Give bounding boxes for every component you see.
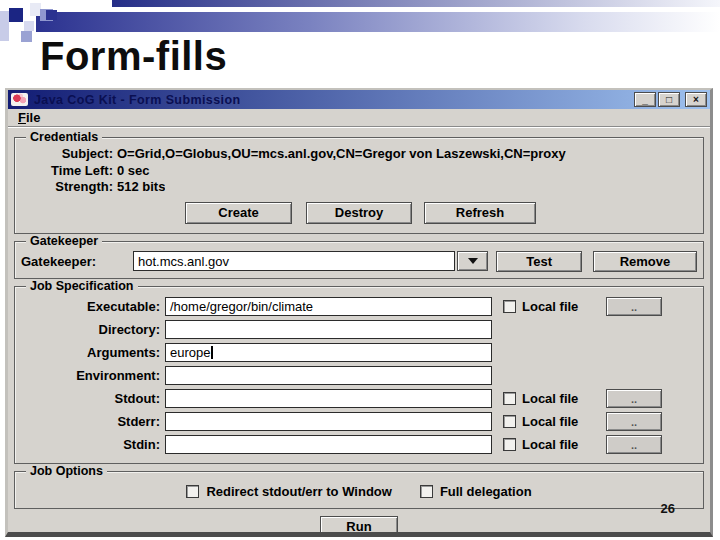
- stderr-local-file-checkbox[interactable]: [503, 415, 516, 428]
- local-file-label: Local file: [522, 437, 592, 452]
- environment-label: Environment:: [17, 368, 165, 383]
- text-cursor: [211, 346, 213, 359]
- subject-value: O=Grid,O=Globus,OU=mcs.anl.gov,CN=Gregor…: [117, 146, 566, 163]
- executable-browse-button[interactable]: ..: [606, 297, 662, 316]
- stderr-field[interactable]: [165, 412, 492, 431]
- app-window: Java CoG Kit - Form Submission _ □ × Fil…: [5, 88, 713, 537]
- environment-field[interactable]: [165, 366, 492, 385]
- stdout-local-file-checkbox[interactable]: [503, 392, 516, 405]
- executable-local-file-checkbox[interactable]: [503, 300, 516, 313]
- environment-row: Environment:: [17, 366, 701, 386]
- directory-field[interactable]: [165, 320, 492, 339]
- gatekeeper-row: Gatekeeper: hot.mcs.anl.gov Test Remove: [15, 242, 703, 278]
- stdin-local-file-checkbox[interactable]: [503, 438, 516, 451]
- job-options-group: Job Options Redirect stdout/err to Windo…: [14, 471, 704, 509]
- destroy-button[interactable]: Destroy: [306, 202, 412, 224]
- subject-label: Subject:: [17, 146, 117, 163]
- directory-row: Directory:: [17, 320, 701, 340]
- menu-bar: File: [8, 109, 710, 127]
- redirect-stdout-label: Redirect stdout/err to Window: [206, 484, 392, 499]
- gatekeeper-group-title: Gatekeeper: [26, 234, 102, 248]
- redirect-stdout-checkbox[interactable]: [186, 485, 199, 498]
- full-delegation-label: Full delegation: [440, 484, 532, 499]
- stdout-row: Stdout: Local file ..: [17, 389, 701, 409]
- arguments-label: Arguments:: [17, 345, 165, 360]
- stderr-label: Stderr:: [17, 414, 165, 429]
- time-left-label: Time Left:: [17, 163, 117, 180]
- gatekeeper-input[interactable]: hot.mcs.anl.gov: [133, 251, 455, 271]
- local-file-label: Local file: [522, 299, 592, 314]
- job-specification-group: Job Specification Executable: /home/greg…: [14, 286, 704, 464]
- deco-square: [46, 10, 57, 20]
- cog-kit-logo-icon: [11, 93, 28, 106]
- executable-label: Executable:: [17, 299, 165, 314]
- local-file-label: Local file: [522, 414, 592, 429]
- stderr-browse-button[interactable]: ..: [606, 412, 662, 431]
- menu-file[interactable]: File: [18, 110, 40, 125]
- stdin-label: Stdin:: [17, 437, 165, 452]
- deco-square: [21, 31, 32, 42]
- stderr-row: Stderr: Local file ..: [17, 412, 701, 432]
- executable-value: /home/gregor/bin/climate: [170, 299, 313, 314]
- stdin-row: Stdin: Local file ..: [17, 435, 701, 455]
- remove-button[interactable]: Remove: [593, 251, 697, 272]
- maximize-button[interactable]: □: [658, 92, 680, 107]
- deco-square: [9, 8, 23, 22]
- stdout-browse-button[interactable]: ..: [606, 389, 662, 408]
- header-gradient-bar: [36, 12, 720, 32]
- executable-field[interactable]: /home/gregor/bin/climate: [165, 297, 492, 316]
- slide-title: Form-fills: [40, 34, 227, 79]
- dropdown-arrow-icon: [468, 258, 478, 264]
- full-delegation-option: Full delegation: [420, 484, 532, 499]
- window-title: Java CoG Kit - Form Submission: [34, 93, 634, 107]
- subject-line: Subject: O=Grid,O=Globus,OU=mcs.anl.gov,…: [17, 146, 701, 163]
- header-gradient-bar-thin: [112, 0, 720, 7]
- create-button[interactable]: Create: [185, 202, 292, 224]
- credentials-group-title: Credentials: [26, 130, 102, 144]
- slide-page-number: 26: [661, 501, 675, 516]
- job-specification-body: Executable: /home/gregor/bin/climate Loc…: [15, 287, 703, 463]
- arguments-field[interactable]: europe: [165, 343, 492, 362]
- executable-row: Executable: /home/gregor/bin/climate Loc…: [17, 297, 701, 317]
- credentials-buttons: Create Destroy Refresh: [185, 202, 701, 224]
- gatekeeper-label: Gatekeeper:: [21, 254, 133, 269]
- minimize-button[interactable]: _: [634, 92, 656, 107]
- redirect-stdout-option: Redirect stdout/err to Window: [186, 484, 392, 499]
- window-titlebar[interactable]: Java CoG Kit - Form Submission _ □ ×: [8, 90, 710, 109]
- gatekeeper-value: hot.mcs.anl.gov: [138, 254, 229, 269]
- time-left-value: 0 sec: [117, 163, 150, 180]
- stdout-field[interactable]: [165, 389, 492, 408]
- window-controls: _ □ ×: [634, 92, 707, 107]
- time-left-line: Time Left: 0 sec: [17, 163, 701, 180]
- close-button[interactable]: ×: [685, 92, 707, 107]
- job-specification-group-title: Job Specification: [26, 279, 138, 293]
- run-button[interactable]: Run: [320, 516, 398, 538]
- credentials-group: Credentials Subject: O=Grid,O=Globus,OU=…: [14, 137, 704, 234]
- deco-square: [0, 11, 9, 41]
- gatekeeper-dropdown-button[interactable]: [457, 251, 488, 271]
- test-button[interactable]: Test: [496, 251, 582, 272]
- refresh-button[interactable]: Refresh: [424, 202, 536, 224]
- credentials-body: Subject: O=Grid,O=Globus,OU=mcs.anl.gov,…: [15, 138, 703, 233]
- window-content: Credentials Subject: O=Grid,O=Globus,OU=…: [8, 127, 710, 537]
- strength-value: 512 bits: [117, 179, 165, 196]
- run-row: Run: [12, 516, 706, 538]
- full-delegation-checkbox[interactable]: [420, 485, 433, 498]
- local-file-label: Local file: [522, 391, 592, 406]
- job-options-group-title: Job Options: [26, 464, 107, 478]
- arguments-value: europe: [170, 345, 210, 360]
- stdin-browse-button[interactable]: ..: [606, 435, 662, 454]
- gatekeeper-group: Gatekeeper Gatekeeper: hot.mcs.anl.gov T…: [14, 241, 704, 279]
- job-options-row: Redirect stdout/err to Window Full deleg…: [15, 472, 703, 508]
- deco-square: [24, 21, 34, 31]
- stdin-field[interactable]: [165, 435, 492, 454]
- arguments-row: Arguments: europe: [17, 343, 701, 363]
- strength-label: Strength:: [17, 179, 117, 196]
- directory-label: Directory:: [17, 322, 165, 337]
- stdout-label: Stdout:: [17, 391, 165, 406]
- strength-line: Strength: 512 bits: [17, 179, 701, 196]
